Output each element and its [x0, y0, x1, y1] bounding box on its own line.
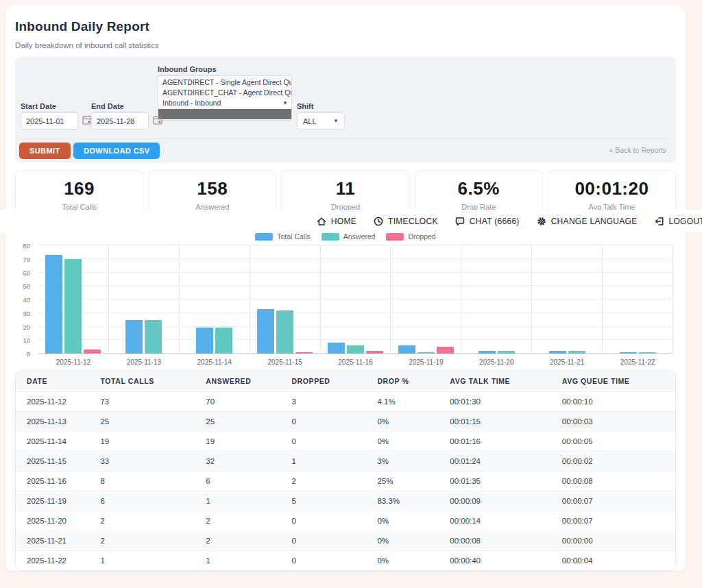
table-header-cell: AVG QUEUE TIME	[557, 371, 675, 392]
start-date-label: Start Date	[21, 102, 56, 110]
bar-total-calls[interactable]	[479, 351, 496, 354]
bar-total-calls[interactable]	[125, 320, 143, 354]
stat-value: 00:01:20	[548, 178, 675, 199]
stat-value: 169	[16, 178, 143, 199]
nav-item-label: CHAT (6666)	[470, 217, 520, 226]
bar-answered[interactable]	[145, 320, 162, 354]
table-cell: 0%	[372, 412, 444, 432]
table-row[interactable]: 2025-11-15333213%00:01:2400:00:02	[16, 452, 675, 471]
inbound-groups-listbox[interactable]: AGENTDIRECT - Single Agent Direct QueAGE…	[158, 75, 292, 121]
legend-swatch	[255, 233, 273, 241]
table-cell: 0	[286, 511, 372, 531]
chevron-down-icon: ▼	[333, 118, 339, 124]
table-head: DATETOTAL CALLSANSWEREDDROPPEDDROP %AVG …	[16, 371, 675, 392]
chart-group: 2025-11-21	[532, 245, 603, 354]
submit-button[interactable]: SUBMIT	[19, 143, 71, 159]
bar-total-calls[interactable]	[398, 345, 415, 354]
bar-dropped[interactable]	[437, 347, 454, 354]
nav-item-clock[interactable]: TIMECLOCK	[373, 216, 438, 227]
bar-answered[interactable]	[639, 352, 656, 354]
chart-group: 2025-11-19	[391, 245, 461, 354]
chart-group: 2025-11-20	[461, 245, 532, 354]
legend-item-total-calls[interactable]: Total Calls	[255, 232, 310, 241]
table-cell: 25%	[372, 471, 444, 491]
table-cell: 00:00:05	[557, 432, 675, 452]
table-cell: 0	[286, 531, 372, 551]
chart-group: 2025-11-13	[109, 245, 180, 354]
start-date-input[interactable]	[21, 112, 78, 130]
table-row[interactable]: 2025-11-12737034.1%00:01:3000:00:10	[16, 392, 675, 412]
bar-group	[38, 255, 108, 354]
table-row[interactable]: 2025-11-212200%00:00:0800:00:00	[16, 531, 675, 551]
bar-total-calls[interactable]	[257, 309, 274, 354]
bar-dropped[interactable]	[84, 350, 101, 354]
table-row[interactable]: 2025-11-1686225%00:01:3500:00:08	[16, 471, 675, 491]
table-header-cell: DATE	[16, 371, 95, 392]
bar-answered[interactable]	[347, 345, 364, 354]
x-axis-label: 2025-11-21	[532, 358, 602, 366]
bar-total-calls[interactable]	[620, 352, 637, 354]
x-axis-label: 2025-11-16	[321, 358, 391, 366]
bar-answered[interactable]	[568, 351, 585, 354]
table-cell: 2	[200, 511, 286, 531]
chart-group: 2025-11-15	[250, 245, 321, 354]
bar-answered[interactable]	[276, 310, 293, 354]
table-cell: 00:00:02	[557, 452, 675, 471]
table-cell: 00:00:07	[557, 511, 675, 531]
table-cell: 2	[95, 511, 200, 531]
nav-item-chat[interactable]: CHAT (6666)	[455, 216, 520, 227]
back-to-reports-link[interactable]: « Back to Reports	[609, 146, 666, 154]
table-row[interactable]: 2025-11-1961583.3%00:00:0900:00:07	[16, 491, 675, 511]
top-navbar: HOMETIMECLOCKCHAT (6666)CHANGE LANGUAGEL…	[0, 210, 702, 232]
nav-item-home[interactable]: HOME	[316, 216, 356, 227]
listbox-option-label: AGENTDIRECT_CHAT - Agent Direct Que	[162, 88, 291, 97]
table-row[interactable]: 2025-11-202200%00:00:1400:00:07	[16, 511, 675, 531]
table-header-cell: TOTAL CALLS	[95, 371, 200, 392]
x-axis-label: 2025-11-19	[391, 358, 461, 366]
bar-answered[interactable]	[64, 259, 82, 354]
table-cell: 0	[286, 551, 372, 571]
shift-select[interactable]: ALL ▼	[297, 112, 345, 130]
table-row[interactable]: 2025-11-13252500%00:01:1500:00:03	[16, 412, 675, 432]
download-csv-button[interactable]: DOWNLOAD CSV	[73, 143, 160, 159]
bar-dropped[interactable]	[295, 352, 313, 354]
table-cell: 2025-11-12	[16, 392, 95, 412]
table-cell: 2025-11-20	[16, 511, 95, 531]
y-axis-tick: 80	[23, 242, 30, 249]
end-date-input[interactable]	[91, 112, 149, 130]
table-header-cell: DROPPED	[286, 371, 372, 392]
bar-answered[interactable]	[417, 352, 435, 354]
bar-total-calls[interactable]	[328, 343, 345, 354]
page-title: Inbound Daily Report	[15, 19, 149, 34]
bar-total-calls[interactable]	[549, 351, 566, 354]
table-row[interactable]: 2025-11-221100%00:00:4000:00:04	[16, 551, 675, 571]
table-cell: 00:00:14	[444, 511, 557, 531]
listbox-option[interactable]: AGENTDIRECT - Single Agent Direct Que	[158, 77, 291, 88]
bar-total-calls[interactable]	[45, 255, 62, 354]
table-row[interactable]: 2025-11-14191900%00:01:1600:00:05	[16, 432, 675, 452]
legend-item-answered[interactable]: Answered	[322, 232, 376, 241]
nav-item-logout[interactable]: LOGOUT	[654, 216, 702, 227]
listbox-selected-option[interactable]	[158, 109, 291, 119]
y-axis-tick: 70	[23, 255, 30, 262]
bar-total-calls[interactable]	[196, 328, 213, 354]
table-cell: 2025-11-22	[16, 551, 95, 571]
y-axis-tick: 0	[27, 350, 30, 358]
nav-item-gear[interactable]: CHANGE LANGUAGE	[536, 216, 638, 227]
bar-answered[interactable]	[498, 351, 515, 354]
bar-dropped[interactable]	[366, 351, 383, 354]
bar-group	[461, 351, 531, 354]
table-header-cell: ANSWERED	[200, 371, 286, 392]
chart-plot: 2025-11-122025-11-132025-11-142025-11-15…	[38, 245, 673, 354]
bar-group	[391, 345, 461, 354]
filter-panel: Inbound Groups AGENTDIRECT - Single Agen…	[15, 57, 676, 162]
chart-group: 2025-11-14	[180, 245, 250, 354]
bar-group	[321, 343, 391, 354]
nav-item-label: LOGOUT	[669, 217, 702, 226]
listbox-option[interactable]: AGENTDIRECT_CHAT - Agent Direct Que	[158, 88, 291, 98]
legend-item-dropped[interactable]: Dropped	[386, 232, 435, 241]
listbox-option[interactable]: Inbound - Inbound▼	[158, 98, 291, 108]
bar-answered[interactable]	[215, 328, 232, 354]
calendar-icon[interactable]	[152, 114, 163, 125]
y-axis-tick: 40	[23, 296, 30, 304]
